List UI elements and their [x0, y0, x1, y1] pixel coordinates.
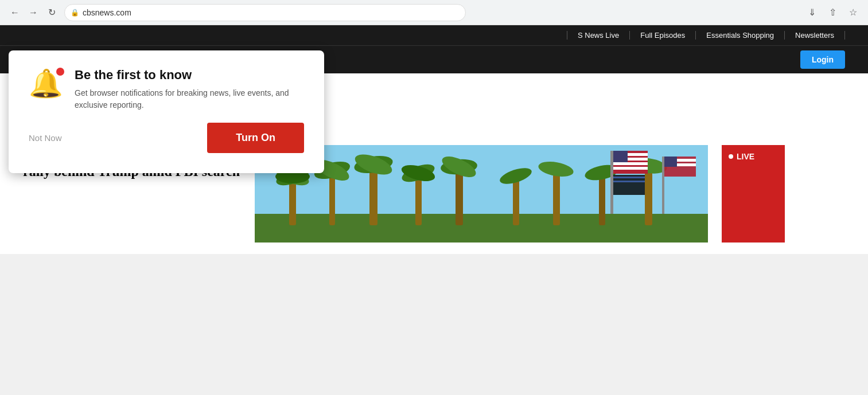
live-badge-dot [729, 154, 733, 159]
popup-header: 🔔 Be the first to know Get browser notif… [29, 68, 304, 111]
lock-icon: 🔒 [71, 9, 79, 17]
browser-chrome: ← → ↻ 🔒 cbsnews.com ⇓ ⇧ ☆ [0, 0, 868, 25]
svg-rect-6 [456, 171, 463, 225]
bell-icon-wrapper: 🔔 [29, 68, 63, 100]
download-button[interactable]: ⇓ [804, 5, 820, 21]
svg-rect-8 [553, 173, 560, 225]
svg-rect-9 [599, 177, 605, 225]
reload-button[interactable]: ↻ [44, 5, 60, 21]
svg-rect-7 [513, 179, 519, 225]
forward-button[interactable]: → [25, 5, 41, 21]
svg-rect-1 [255, 214, 708, 243]
turn-on-button[interactable]: Turn On [207, 123, 304, 153]
top-nav-episodes[interactable]: Full Episodes [630, 31, 696, 40]
top-nav: S News Live Full Episodes Essentials Sho… [0, 25, 868, 46]
login-button[interactable]: Login [800, 50, 845, 69]
popup-text-area: Be the first to know Get browser notific… [75, 68, 304, 111]
top-nav-live[interactable]: S News Live [567, 31, 630, 40]
bookmark-button[interactable]: ☆ [845, 5, 861, 21]
notification-popup: 🔔 Be the first to know Get browser notif… [9, 50, 324, 173]
bell-notification-badge [56, 68, 64, 76]
live-badge-label: LIVE [737, 152, 754, 161]
svg-rect-40 [664, 157, 677, 167]
svg-rect-3 [329, 174, 335, 225]
svg-rect-2 [289, 179, 296, 225]
popup-description: Get browser notifications for breaking n… [75, 87, 304, 111]
live-article-badge: LIVE [729, 152, 754, 161]
svg-rect-26 [610, 151, 613, 214]
svg-rect-32 [613, 151, 628, 162]
popup-actions: Not Now Turn On [29, 123, 304, 153]
browser-actions: ⇓ ⇧ ☆ [804, 5, 861, 21]
svg-rect-5 [415, 177, 422, 225]
share-button[interactable]: ⇧ [824, 5, 840, 21]
svg-rect-31 [613, 167, 648, 170]
top-nav-newsletters[interactable]: Newsletters [785, 31, 845, 40]
top-nav-shopping[interactable]: Essentials Shopping [696, 31, 785, 40]
back-button[interactable]: ← [7, 5, 23, 21]
svg-rect-10 [645, 169, 652, 225]
svg-rect-4 [369, 168, 377, 225]
svg-rect-34 [613, 177, 645, 178]
live-article-card[interactable]: LIVE [722, 145, 785, 243]
svg-rect-36 [662, 157, 664, 214]
url-text: cbsnews.com [83, 8, 131, 17]
page-wrapper: S News Live Full Episodes Essentials Sho… [0, 25, 868, 254]
address-bar[interactable]: 🔒 cbsnews.com [64, 4, 466, 21]
not-now-button[interactable]: Not Now [29, 133, 62, 143]
svg-rect-35 [613, 181, 645, 182]
svg-rect-30 [613, 162, 648, 165]
browser-nav-buttons: ← → ↻ [7, 5, 60, 21]
popup-title: Be the first to know [75, 68, 304, 83]
